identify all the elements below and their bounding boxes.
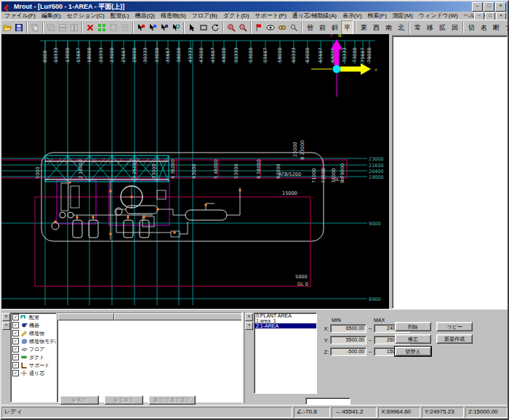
pointer-button[interactable] bbox=[186, 20, 198, 35]
pick-area-button[interactable] bbox=[170, 20, 182, 35]
layer-checklist[interactable]: ✓配管✓機器✓構造物✓構造物モデル✓フロア✓ダクト✓サポート✓通り芯 bbox=[10, 312, 57, 403]
copy-button[interactable] bbox=[29, 20, 41, 35]
view-west-button[interactable]: 西 bbox=[370, 20, 382, 35]
view-change-button[interactable]: 替 bbox=[304, 20, 316, 35]
x-min-field[interactable]: 6500.00 bbox=[330, 324, 366, 333]
mode-rotate-button[interactable]: 回 bbox=[449, 20, 461, 35]
solid-button[interactable]: ソ bbox=[502, 20, 509, 35]
element-list[interactable] bbox=[57, 312, 243, 403]
menu-item[interactable]: 編集(E) bbox=[39, 12, 64, 20]
layer-row-フロア[interactable]: ✓フロア bbox=[11, 345, 56, 353]
visibility-button[interactable] bbox=[265, 20, 276, 35]
flag-button[interactable] bbox=[253, 20, 265, 35]
delete-button[interactable] bbox=[84, 20, 96, 35]
create-new-area-button[interactable]: 新規作成 bbox=[436, 334, 473, 344]
select-mode-button[interactable] bbox=[108, 20, 119, 35]
right-pane-pin-button[interactable]: ▪ bbox=[245, 322, 253, 330]
layer-checkbox[interactable]: ✓ bbox=[12, 314, 19, 320]
menu-item[interactable]: 配管(L) bbox=[108, 12, 132, 20]
menu-item[interactable]: ファイル(F) bbox=[1, 12, 39, 20]
drawing-canvas[interactable]: 8000103331300015667180002033323000256672… bbox=[1, 34, 389, 309]
name-button[interactable]: 名 bbox=[478, 20, 490, 35]
layer-row-機器[interactable]: ✓機器 bbox=[11, 321, 56, 329]
probe-button[interactable] bbox=[288, 20, 300, 35]
layer-row-通り芯[interactable]: ✓通り芯 bbox=[11, 369, 56, 377]
close-button[interactable]: × bbox=[495, 2, 506, 12]
layer-row-配管[interactable]: ✓配管 bbox=[11, 313, 56, 321]
pick-register-button[interactable] bbox=[159, 20, 170, 35]
select-mode2-button[interactable] bbox=[119, 20, 131, 35]
window-tile-button[interactable] bbox=[57, 20, 68, 35]
y-min-field[interactable]: 5500.00 bbox=[330, 336, 366, 344]
layer-checkbox[interactable]: ✓ bbox=[12, 346, 19, 352]
layer-row-構造物[interactable]: ✓構造物 bbox=[11, 329, 56, 337]
menu-item[interactable]: 構造物(S) bbox=[158, 12, 189, 20]
layer-checkbox[interactable]: ✓ bbox=[12, 354, 19, 360]
menu-item[interactable]: 通り芯/補助線(A) bbox=[289, 12, 340, 20]
left-pane-close-button[interactable]: × bbox=[2, 313, 10, 321]
menu-item[interactable]: サポート(P) bbox=[252, 12, 289, 20]
view-north-button[interactable]: 北 bbox=[395, 20, 407, 35]
view-south-button[interactable]: 南 bbox=[382, 20, 395, 35]
view-east-button[interactable]: 東 bbox=[358, 20, 370, 35]
window-arrange-button[interactable] bbox=[68, 20, 80, 35]
save-button[interactable] bbox=[13, 20, 25, 35]
layer-row-ダクト[interactable]: ✓ダクト bbox=[11, 353, 56, 361]
area-list-item[interactable]: 2:1-AREA bbox=[254, 323, 316, 328]
rect-select-button[interactable] bbox=[198, 20, 209, 35]
switch-area-button[interactable]: 切替え bbox=[395, 347, 431, 356]
left-pane-pin-button[interactable]: ▪ bbox=[2, 322, 10, 330]
area-list-item[interactable]: 0:PLANT AREA bbox=[254, 313, 316, 318]
layer-checkbox[interactable]: ✓ bbox=[12, 330, 19, 336]
show-all-button[interactable]: 全表示 bbox=[60, 395, 99, 405]
rotate-view-button[interactable] bbox=[209, 20, 221, 35]
area-listbox[interactable]: 0:PLANT AREA1:area_12:1-AREA bbox=[254, 312, 317, 394]
layer-checkbox[interactable]: ✓ bbox=[12, 338, 19, 344]
menu-item[interactable]: ウィンドウ(W) bbox=[416, 12, 461, 20]
area-list-item[interactable]: 1:area_1 bbox=[254, 318, 316, 323]
mode-zoom-button[interactable]: 拡 bbox=[436, 20, 449, 35]
maximize-button[interactable]: □ bbox=[484, 2, 494, 12]
layer-checkbox[interactable]: ✓ bbox=[12, 322, 19, 328]
mode-move-button[interactable]: 移 bbox=[424, 20, 436, 35]
layer-row-構造物モデル[interactable]: ✓構造物モデル bbox=[11, 337, 56, 345]
window-cascade-button[interactable] bbox=[45, 20, 57, 35]
show-hide-select-button[interactable]: 表示/非表示選択 bbox=[148, 395, 196, 405]
mode-normal-button[interactable]: 常 bbox=[412, 20, 424, 35]
view-plan-button[interactable]: 平 bbox=[341, 20, 353, 35]
zoom-in-button[interactable] bbox=[225, 20, 237, 35]
link-button[interactable] bbox=[276, 20, 288, 35]
menu-item[interactable]: 検索(F) bbox=[365, 12, 390, 20]
element-list-header-1[interactable] bbox=[57, 313, 114, 320]
pick-group-button[interactable] bbox=[147, 20, 159, 35]
right-pane-close-button[interactable]: × bbox=[245, 313, 253, 321]
bottom-edit-strip[interactable] bbox=[305, 397, 350, 405]
menu-item[interactable]: セクション(C) bbox=[64, 12, 108, 20]
layer-checkbox[interactable]: ✓ bbox=[12, 370, 19, 376]
toolbar-separator bbox=[26, 22, 28, 33]
zoom-out-button[interactable] bbox=[237, 20, 249, 35]
menu-item[interactable]: フロア(B) bbox=[189, 12, 220, 20]
delete-area-button[interactable]: 削除 bbox=[395, 322, 431, 331]
element-list-header-2[interactable] bbox=[114, 313, 242, 320]
copy-area-button[interactable]: コピー bbox=[436, 322, 473, 331]
z-min-field[interactable]: -500.00 bbox=[330, 347, 366, 356]
layer-checkbox[interactable]: ✓ bbox=[12, 362, 19, 368]
menu-item[interactable]: 表示(V) bbox=[340, 12, 365, 20]
minimize-button[interactable]: – bbox=[472, 2, 483, 12]
grid-toggle-button[interactable] bbox=[96, 20, 108, 35]
view-front-button[interactable]: 前 bbox=[316, 20, 329, 35]
menu-item[interactable]: ダクト(D) bbox=[220, 12, 252, 20]
section-button[interactable]: 断 bbox=[490, 20, 502, 35]
view-iso-button[interactable]: 斜 bbox=[329, 20, 341, 35]
open-button[interactable] bbox=[1, 20, 13, 35]
layer-row-サポート[interactable]: ✓サポート bbox=[11, 361, 56, 369]
cut-button[interactable]: 切 bbox=[465, 20, 478, 35]
pick-element-button[interactable] bbox=[135, 20, 147, 35]
hide-all-button[interactable]: 全非表示 bbox=[104, 395, 143, 405]
modify-area-button[interactable]: 修正 bbox=[395, 334, 431, 344]
menu-item[interactable]: 測定(M) bbox=[390, 12, 416, 20]
right-dock-panel[interactable] bbox=[392, 36, 508, 309]
menu-item[interactable]: 機器(Q) bbox=[132, 12, 158, 20]
cad-drawing[interactable]: 8000103331300015667180002033323000256672… bbox=[1, 34, 389, 309]
